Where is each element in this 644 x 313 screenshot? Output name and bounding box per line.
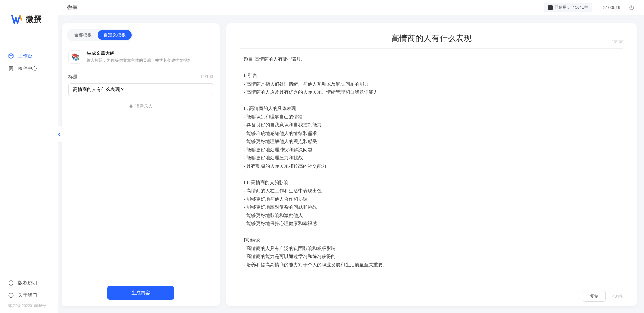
title-section: 标题 11/100 语音录入 bbox=[62, 67, 220, 109]
power-icon[interactable] bbox=[629, 5, 635, 11]
nav-label: 版权说明 bbox=[18, 280, 37, 286]
nav-item-workbench[interactable]: 工作台 bbox=[0, 50, 58, 62]
tab-custom-templates[interactable]: 自定义模板 bbox=[98, 30, 132, 40]
template-tabs: 全部模板 自定义模板 bbox=[67, 29, 133, 41]
icp-text: 鄂ICP备2022016946号 bbox=[0, 301, 58, 310]
main-area: 微撰 T 已使用： 45641字 ID:100519 全部模板 自定义模板 bbox=[58, 0, 644, 313]
title-char-count: 11/100 bbox=[200, 74, 213, 79]
usage-prefix: 已使用： bbox=[555, 5, 571, 10]
result-header: 高情商的人有什么表现 10/100 bbox=[240, 23, 623, 49]
generate-button[interactable]: 生成内容 bbox=[107, 286, 174, 300]
svg-rect-2 bbox=[130, 105, 132, 107]
nav-item-drafts[interactable]: 稿件中心 bbox=[0, 62, 58, 75]
right-footer: 复制 404字 bbox=[240, 286, 623, 306]
logo-icon bbox=[11, 14, 23, 24]
title-label: 标题 bbox=[68, 74, 77, 80]
template-desc: 输入标题，为你提供文章主体的灵感，并为其创建推文提纲 bbox=[87, 58, 191, 63]
page-title: 微撰 bbox=[67, 4, 77, 11]
output-panel: 高情商的人有什么表现 10/100 题目:高情商的人有哪些表现 I. 引言 - … bbox=[226, 23, 637, 306]
cube-icon bbox=[8, 53, 14, 59]
sidebar-footer: 版权说明 关于我们 鄂ICP备2022016946号 bbox=[0, 277, 58, 313]
copy-button[interactable]: 复制 bbox=[583, 291, 606, 302]
template-card: 📚 生成文章大纲 输入标题，为你提供文章主体的灵感，并为其创建推文提纲 bbox=[62, 44, 220, 67]
nav-menu: 工作台 稿件中心 bbox=[0, 33, 58, 277]
t-icon: T bbox=[548, 5, 553, 10]
user-id: ID:100519 bbox=[600, 5, 620, 10]
result-body: 题目:高情商的人有哪些表现 I. 引言 - 高情商是指人们处理情绪、与他人互动以… bbox=[226, 49, 637, 286]
result-title: 高情商的人有什么表现 bbox=[253, 33, 610, 44]
title-input[interactable] bbox=[68, 83, 213, 96]
topbar-right: T 已使用： 45641字 ID:100519 bbox=[544, 3, 635, 12]
template-name: 生成文章大纲 bbox=[87, 50, 191, 56]
shield-icon bbox=[8, 280, 14, 286]
nav-label: 稿件中心 bbox=[18, 66, 37, 72]
tab-all-templates[interactable]: 全部模板 bbox=[68, 30, 98, 40]
template-thumb-icon: 📚 bbox=[68, 50, 82, 64]
input-panel: 全部模板 自定义模板 📚 生成文章大纲 输入标题，为你提供文章主体的灵感，并为其… bbox=[62, 23, 220, 306]
template-info: 生成文章大纲 输入标题，为你提供文章主体的灵感，并为其创建推文提纲 bbox=[87, 50, 191, 64]
voice-label: 语音录入 bbox=[135, 103, 153, 109]
mic-icon bbox=[129, 104, 133, 109]
result-title-count: 10/100 bbox=[612, 40, 623, 44]
nav-item-about[interactable]: 关于我们 bbox=[0, 289, 58, 301]
logo: 微撰 bbox=[0, 0, 58, 33]
chevron-left-icon bbox=[58, 132, 61, 136]
voice-input-button[interactable]: 语音录入 bbox=[68, 103, 213, 109]
output-word-count: 404字 bbox=[612, 294, 623, 299]
usage-value: 45641字 bbox=[573, 5, 588, 10]
sidebar-collapse-handle[interactable] bbox=[58, 126, 62, 142]
topbar: 微撰 T 已使用： 45641字 ID:100519 bbox=[58, 0, 644, 15]
usage-badge[interactable]: T 已使用： 45641字 bbox=[544, 3, 592, 12]
nav-label: 关于我们 bbox=[18, 292, 37, 298]
info-icon bbox=[8, 292, 14, 298]
nav-item-copyright[interactable]: 版权说明 bbox=[0, 277, 58, 289]
doc-icon bbox=[8, 66, 14, 72]
nav-label: 工作台 bbox=[18, 53, 32, 59]
content-row: 全部模板 自定义模板 📚 生成文章大纲 输入标题，为你提供文章主体的灵感，并为其… bbox=[58, 15, 644, 313]
logo-text: 微撰 bbox=[26, 14, 42, 25]
sidebar: 微撰 工作台 稿件中心 版权说明 bbox=[0, 0, 58, 313]
left-footer: 生成内容 bbox=[62, 279, 220, 306]
